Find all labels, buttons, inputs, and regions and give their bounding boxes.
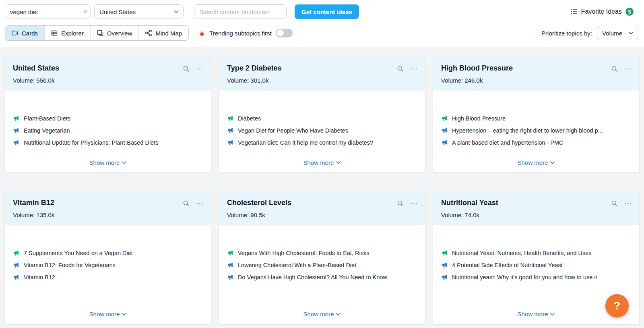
topic-item-label: A plant-based diet and hypertension - PM… — [452, 139, 563, 146]
megaphone-icon — [227, 250, 233, 256]
show-more-label: Show more — [518, 311, 548, 318]
topic-item-label: Hypertension – eating the right diet to … — [452, 127, 603, 134]
tab-overview[interactable]: Overview — [90, 26, 139, 40]
topic-item[interactable]: Nutritional Update for Physicians: Plant… — [13, 137, 203, 149]
megaphone-icon — [13, 115, 19, 122]
trending-toggle[interactable] — [276, 29, 293, 37]
topic-item-label: Vegetarian diet: Can it help me control … — [238, 139, 373, 146]
topic-item[interactable]: Vegan Diet for People Who Have Diabetes — [227, 125, 417, 137]
country-select[interactable]: United States — [94, 4, 184, 19]
topic-item[interactable]: Vitamin B12: Foods for Vegetarians — [13, 259, 203, 271]
topic-item-label: 4 Potential Side Effects of Nutritional … — [452, 262, 563, 268]
topic-item[interactable]: Lowering Cholesterol With a Plant-Based … — [227, 259, 417, 271]
topic-card-body: Plant-Based DietsEating VegetarianNutrit… — [5, 91, 211, 172]
topic-item-label: High Blood Pressure — [452, 115, 506, 122]
trending-subtopics-control: Trending subtopics first — [198, 29, 293, 37]
topic-item[interactable]: 4 Potential Side Effects of Nutritional … — [441, 259, 631, 271]
megaphone-icon — [227, 115, 233, 122]
card-actions: ⋯ — [611, 65, 632, 72]
prioritize-select[interactable]: Volume — [597, 26, 638, 40]
search-icon[interactable] — [611, 65, 618, 72]
topic-item[interactable]: Plant-Based Diets — [13, 112, 203, 125]
megaphone-icon — [13, 250, 19, 256]
flame-icon — [198, 30, 205, 37]
topic-item-label: Vegan Diet for People Who Have Diabetes — [238, 127, 348, 134]
topic-card-volume: Volume: 90.5k — [227, 212, 417, 218]
topic-item-label: Do Vegans Have High Cholesterol? All You… — [238, 274, 387, 280]
topic-card-title: United States — [13, 64, 203, 73]
megaphone-icon — [13, 262, 19, 268]
topic-item[interactable]: A plant-based diet and hypertension - PM… — [441, 137, 631, 149]
more-options-icon[interactable]: ⋯ — [196, 65, 204, 72]
search-icon[interactable] — [182, 65, 190, 72]
topic-card-title: Vitamin B12 — [13, 199, 203, 207]
keyword-input[interactable] — [5, 4, 91, 19]
topic-card: Vitamin B12 Volume: 135.0k ⋯ 7 Supplemen… — [5, 191, 211, 324]
tab-overview-label: Overview — [107, 30, 132, 37]
topic-card-body: High Blood PressureHypertension – eating… — [433, 91, 639, 172]
search-icon[interactable] — [396, 65, 404, 72]
topic-card: High Blood Pressure Volume: 246.0k ⋯ Hig… — [433, 56, 639, 172]
topic-list: High Blood PressureHypertension – eating… — [441, 112, 631, 149]
tab-cards[interactable]: Cards — [5, 26, 44, 40]
show-more-label: Show more — [89, 159, 120, 166]
topic-card-header: High Blood Pressure Volume: 246.0k ⋯ — [433, 56, 639, 91]
more-options-icon[interactable]: ⋯ — [625, 199, 632, 207]
prioritize-control: Prioritize topics by: Volume — [541, 26, 639, 40]
search-icon[interactable] — [182, 199, 190, 207]
list-icon — [570, 8, 578, 15]
search-icon[interactable] — [611, 199, 618, 207]
results-area: United States Volume: 550.0k ⋯ Plant-Bas… — [0, 47, 644, 328]
more-options-icon[interactable]: ⋯ — [196, 199, 204, 207]
topic-item[interactable]: High Blood Pressure — [441, 112, 631, 125]
show-more-link[interactable]: Show more — [89, 155, 127, 166]
tab-mind-map-label: Mind Map — [155, 30, 182, 37]
show-more-link[interactable]: Show more — [518, 307, 555, 318]
megaphone-icon — [441, 139, 448, 146]
megaphone-icon — [441, 127, 448, 134]
tab-explorer[interactable]: Explorer — [44, 26, 90, 40]
view-tab-group: Cards Explorer Overview Mind Map — [5, 25, 189, 41]
more-options-icon[interactable]: ⋯ — [411, 65, 418, 72]
help-button[interactable]: ? — [605, 294, 629, 318]
topic-item-label: Vitamin B12 — [24, 274, 55, 280]
topic-item[interactable]: Eating Vegetarian — [13, 125, 203, 137]
more-options-icon[interactable]: ⋯ — [411, 199, 418, 207]
table-icon — [51, 30, 58, 36]
topic-item[interactable]: Diabetes — [227, 112, 417, 125]
topic-card-volume: Volume: 135.0k — [13, 212, 203, 218]
show-more-link[interactable]: Show more — [303, 307, 341, 318]
tab-mind-map[interactable]: Mind Map — [138, 26, 188, 40]
topic-item[interactable]: Vegans With High Cholesterol: Foods to E… — [227, 247, 417, 259]
domain-input[interactable] — [194, 4, 287, 19]
topic-item[interactable]: Nutritional Yeast: Nutrients, Health Ben… — [441, 247, 631, 259]
megaphone-icon — [13, 127, 19, 134]
show-more-link[interactable]: Show more — [518, 155, 555, 166]
topic-item[interactable]: Vegetarian diet: Can it help me control … — [227, 137, 417, 149]
topic-item[interactable]: 7 Supplements You Need on a Vegan Diet — [13, 247, 203, 259]
keyword-search-box: × — [5, 4, 91, 19]
topbar: × United States Get content ideas Favori… — [0, 0, 644, 23]
show-more-link[interactable]: Show more — [303, 155, 341, 166]
topic-item[interactable]: Do Vegans Have High Cholesterol? All You… — [227, 271, 417, 283]
topic-list: Plant-Based DietsEating VegetarianNutrit… — [13, 112, 203, 149]
more-options-icon[interactable]: ⋯ — [625, 65, 632, 72]
topic-item-label: Vitamin B12: Foods for Vegetarians — [24, 262, 116, 268]
card-actions: ⋯ — [396, 199, 418, 207]
topic-item[interactable]: Vitamin B12 — [13, 271, 203, 283]
favorite-ideas-button[interactable]: Favorite Ideas 5 — [570, 8, 639, 16]
topic-list: DiabetesVegan Diet for People Who Have D… — [227, 112, 417, 149]
clear-icon[interactable]: × — [83, 7, 87, 16]
megaphone-icon — [13, 274, 19, 280]
get-content-ideas-button[interactable]: Get content ideas — [295, 4, 359, 19]
show-more-link[interactable]: Show more — [89, 307, 127, 318]
topic-item-label: Nutritional yeast: Why it's good for you… — [452, 274, 597, 280]
tab-explorer-label: Explorer — [61, 30, 84, 37]
card-actions: ⋯ — [182, 199, 204, 207]
topic-card-header: Nutritional Yeast Volume: 74.0k ⋯ — [433, 191, 639, 225]
topic-item[interactable]: Hypertension – eating the right diet to … — [441, 125, 631, 137]
search-icon[interactable] — [396, 199, 404, 207]
country-select-value: United States — [99, 8, 136, 15]
topic-item[interactable]: Nutritional yeast: Why it's good for you… — [441, 271, 631, 283]
topic-cards-grid: United States Volume: 550.0k ⋯ Plant-Bas… — [5, 56, 639, 324]
